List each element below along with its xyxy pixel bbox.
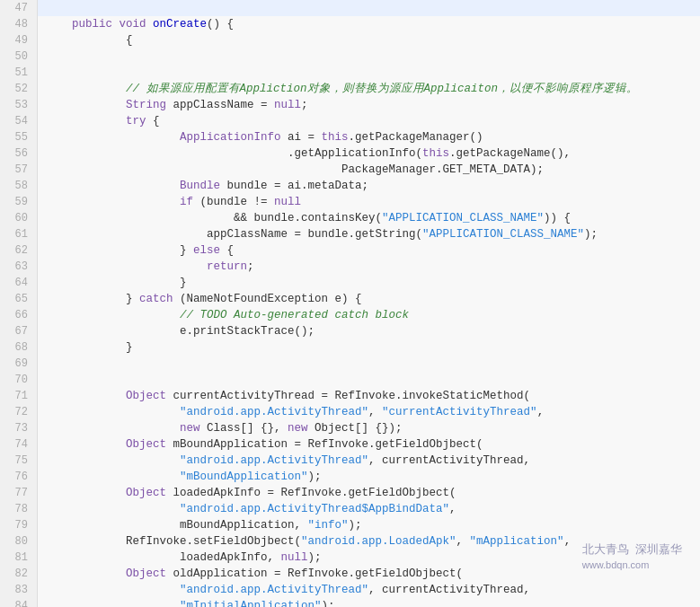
line-content: public void onCreate() { (38, 16, 700, 32)
line-number: 75 (0, 453, 38, 469)
code-line: 57 PackageManager.GET_META_DATA); (0, 162, 700, 178)
code-line: 74 Object mBoundApplication = RefInvoke.… (0, 436, 700, 453)
line-content: "android.app.ActivityThread", currentAct… (38, 582, 700, 598)
code-line: 79 mBoundApplication, "info"); (0, 517, 700, 533)
line-content: appClassName = bundle.getString("APPLICA… (38, 226, 700, 242)
line-number: 82 (0, 566, 38, 582)
code-line: 82 Object oldApplication = RefInvoke.get… (0, 566, 700, 582)
line-content: "android.app.ActivityThread", "currentAc… (38, 404, 700, 420)
line-number: 78 (0, 501, 38, 517)
line-number: 72 (0, 404, 38, 420)
line-number: 55 (0, 129, 38, 145)
code-line: 49 { (0, 32, 700, 48)
line-content: mBoundApplication, "info"); (38, 517, 700, 533)
code-line: 77 Object loadedApkInfo = RefInvoke.getF… (0, 485, 700, 501)
code-line: 47 (0, 0, 700, 16)
line-content: } (38, 275, 700, 291)
code-line: 53 String appClassName = null; (0, 97, 700, 113)
line-content (38, 356, 700, 372)
line-number: 58 (0, 178, 38, 194)
line-content: "mInitialApplication"); (38, 598, 700, 607)
line-number: 84 (0, 598, 38, 607)
code-line: 69 (0, 356, 700, 372)
line-number: 63 (0, 259, 38, 275)
line-content: loadedApkInfo, null); (38, 550, 700, 566)
line-number: 54 (0, 113, 38, 129)
line-number: 57 (0, 162, 38, 178)
line-number: 52 (0, 81, 38, 97)
line-content (38, 0, 700, 16)
line-content: .getApplicationInfo(this.getPackageName(… (38, 145, 700, 162)
line-content: new Class[] {}, new Object[] {}); (38, 420, 700, 436)
line-content: return; (38, 259, 700, 275)
code-line: 59 if (bundle != null (0, 194, 700, 210)
code-line: 54 try { (0, 113, 700, 129)
code-line: 75 "android.app.ActivityThread", current… (0, 453, 700, 469)
line-content (38, 372, 700, 388)
line-number: 76 (0, 469, 38, 485)
line-number: 50 (0, 48, 38, 65)
code-line: 50 (0, 48, 700, 65)
line-number: 60 (0, 210, 38, 226)
line-content: "android.app.ActivityThread$AppBindData"… (38, 501, 700, 517)
line-number: 80 (0, 533, 38, 550)
line-number: 53 (0, 97, 38, 113)
code-line: 62 } else { (0, 242, 700, 259)
line-number: 66 (0, 307, 38, 323)
line-content: String appClassName = null; (38, 97, 700, 113)
code-line: 72 "android.app.ActivityThread", "curren… (0, 404, 700, 420)
line-number: 73 (0, 420, 38, 436)
code-line: 68 } (0, 339, 700, 356)
line-content: ApplicationInfo ai = this.getPackageMana… (38, 129, 700, 145)
line-number: 67 (0, 323, 38, 339)
line-content: "mBoundApplication"); (38, 469, 700, 485)
code-line: 67 e.printStackTrace(); (0, 323, 700, 339)
line-number: 83 (0, 582, 38, 598)
line-number: 79 (0, 517, 38, 533)
line-content: Object currentActivityThread = RefInvoke… (38, 388, 700, 404)
code-line: 71 Object currentActivityThread = RefInv… (0, 388, 700, 404)
code-line: 56 .getApplicationInfo(this.getPackageNa… (0, 145, 700, 162)
code-line: 84 "mInitialApplication"); (0, 598, 700, 607)
line-number: 81 (0, 550, 38, 566)
code-line: 78 "android.app.ActivityThread$AppBindDa… (0, 501, 700, 517)
line-number: 74 (0, 436, 38, 453)
code-line: 70 (0, 372, 700, 388)
line-content: Object loadedApkInfo = RefInvoke.getFiel… (38, 485, 700, 501)
line-content: Object oldApplication = RefInvoke.getFie… (38, 566, 700, 582)
line-content: } catch (NameNotFoundException e) { (38, 291, 700, 307)
line-number: 49 (0, 32, 38, 48)
code-line: 66 // TODO Auto-generated catch block (0, 307, 700, 323)
line-content: try { (38, 113, 700, 129)
line-content: && bundle.containsKey("APPLICATION_CLASS… (38, 210, 700, 226)
code-line: 52 // 如果源应用配置有Appliction对象，则替换为源应用Applic… (0, 81, 700, 97)
code-line: 58 Bundle bundle = ai.metaData; (0, 178, 700, 194)
line-number: 61 (0, 226, 38, 242)
line-content: e.printStackTrace(); (38, 323, 700, 339)
line-content: Bundle bundle = ai.metaData; (38, 178, 700, 194)
line-number: 68 (0, 339, 38, 356)
code-line: 76 "mBoundApplication"); (0, 469, 700, 485)
line-content: "android.app.ActivityThread", currentAct… (38, 453, 700, 469)
code-line: 81 loadedApkInfo, null); (0, 550, 700, 566)
code-line: 80 RefInvoke.setFieldObjbect("android.ap… (0, 533, 700, 550)
code-line: 48 public void onCreate() { (0, 16, 700, 32)
line-content (38, 65, 700, 81)
line-content: PackageManager.GET_META_DATA); (38, 162, 700, 178)
code-line: 60 && bundle.containsKey("APPLICATION_CL… (0, 210, 700, 226)
code-line: 64 } (0, 275, 700, 291)
code-line: 55 ApplicationInfo ai = this.getPackageM… (0, 129, 700, 145)
code-line: 61 appClassName = bundle.getString("APPL… (0, 226, 700, 242)
code-container: 47 48 public void onCreate() {49 {50 51 … (0, 0, 700, 607)
line-number: 65 (0, 291, 38, 307)
line-content: Object mBoundApplication = RefInvoke.get… (38, 436, 700, 453)
line-number: 70 (0, 372, 38, 388)
code-line: 63 return; (0, 259, 700, 275)
line-content: if (bundle != null (38, 194, 700, 210)
line-number: 71 (0, 388, 38, 404)
line-number: 51 (0, 65, 38, 81)
line-number: 59 (0, 194, 38, 210)
line-content: } (38, 339, 700, 356)
line-number: 62 (0, 242, 38, 259)
line-number: 56 (0, 145, 38, 162)
